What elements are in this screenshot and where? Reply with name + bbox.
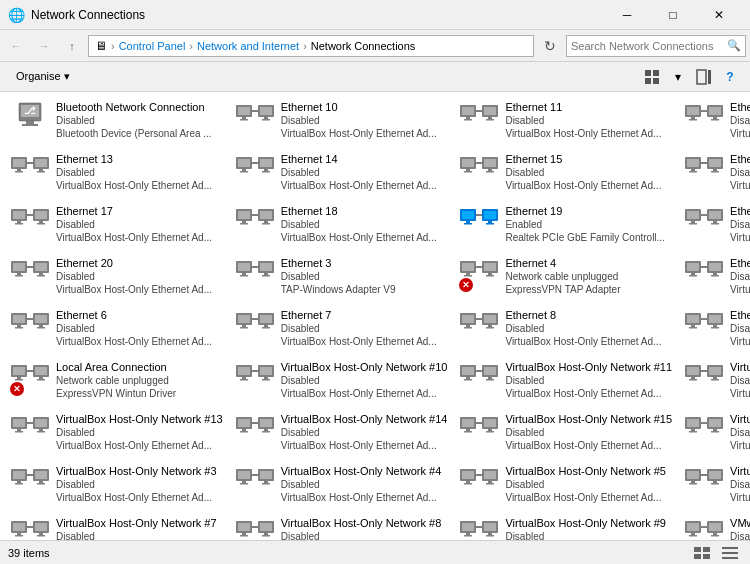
list-item[interactable]: Ethernet 17DisabledVirtualBox Host-Only …: [4, 200, 229, 252]
list-item[interactable]: VMware Network Adapter VMnet1DisabledVMw…: [678, 512, 750, 540]
list-item[interactable]: Ethernet 2DisabledVirtualBox Host-Only E…: [678, 200, 750, 252]
list-item[interactable]: Ethernet 20DisabledVirtualBox Host-Only …: [4, 252, 229, 304]
item-icon: [235, 360, 275, 396]
minimize-button[interactable]: ─: [604, 0, 650, 30]
up-button[interactable]: ↑: [60, 34, 84, 58]
list-item[interactable]: VirtualBox Host-Only Network #15Disabled…: [453, 408, 678, 460]
maximize-button[interactable]: □: [650, 0, 696, 30]
breadcrumb-control-panel[interactable]: Control Panel: [119, 40, 186, 52]
item-info: Ethernet 7DisabledVirtualBox Host-Only E…: [281, 308, 448, 348]
item-desc: VirtualBox Host-Only Ethernet Ad...: [505, 491, 672, 504]
item-icon: [10, 256, 50, 292]
forward-button[interactable]: →: [32, 34, 56, 58]
list-item[interactable]: Ethernet 16DisabledVirtualBox Host-Only …: [678, 148, 750, 200]
item-desc: VirtualBox Host-Only Ethernet Ad...: [730, 387, 750, 400]
list-item[interactable]: VirtualBox Host-Only Network #10Disabled…: [229, 356, 454, 408]
svg-rect-9: [22, 124, 38, 126]
refresh-button[interactable]: ↻: [538, 34, 562, 58]
list-item[interactable]: VirtualBox Host-Only Network #5DisabledV…: [453, 460, 678, 512]
list-item[interactable]: Ethernet 5DisabledVirtualBox Host-Only E…: [678, 252, 750, 304]
item-info: VirtualBox Host-Only Network #12Disabled…: [730, 360, 750, 400]
list-item[interactable]: ⎇ Bluetooth Network ConnectionDisabledBl…: [4, 96, 229, 148]
svg-rect-178: [709, 315, 721, 323]
svg-rect-192: [238, 367, 250, 375]
item-info: Ethernet 6DisabledVirtualBox Host-Only E…: [56, 308, 223, 348]
svg-rect-71: [713, 169, 717, 171]
list-item[interactable]: VirtualBox Host-Only Network #7DisabledV…: [4, 512, 229, 540]
svg-rect-130: [466, 273, 470, 275]
svg-rect-36: [711, 119, 719, 121]
item-status: Disabled: [730, 426, 750, 439]
svg-rect-292: [17, 533, 21, 535]
list-item[interactable]: VirtualBox Host-Only Network #9DisabledV…: [453, 512, 678, 540]
svg-rect-149: [15, 327, 23, 329]
list-item[interactable]: VirtualBox Host-Only Network #14Disabled…: [229, 408, 454, 460]
list-item[interactable]: Ethernet 8DisabledVirtualBox Host-Only E…: [453, 304, 678, 356]
list-item[interactable]: Ethernet 11DisabledVirtualBox Host-Only …: [453, 96, 678, 148]
item-status: Disabled: [730, 374, 750, 387]
list-item[interactable]: VirtualBox Host-Only Network #3DisabledV…: [4, 460, 229, 512]
list-item[interactable]: Ethernet 10DisabledVirtualBox Host-Only …: [229, 96, 454, 148]
svg-rect-21: [462, 107, 474, 115]
svg-rect-228: [238, 419, 250, 427]
item-icon: [235, 256, 275, 292]
status-view-tiles[interactable]: [690, 541, 714, 565]
item-info: Ethernet 18DisabledVirtualBox Host-Only …: [281, 204, 448, 244]
list-item[interactable]: VirtualBox Host-Only Network #11Disabled…: [453, 356, 678, 408]
svg-rect-153: [37, 327, 45, 329]
list-item[interactable]: Ethernet 13DisabledVirtualBox Host-Only …: [4, 148, 229, 200]
svg-rect-255: [13, 471, 25, 479]
list-item[interactable]: ✕Ethernet 4Network cable unpluggedExpres…: [453, 252, 678, 304]
item-name: VirtualBox Host-Only Network #2: [730, 412, 750, 426]
list-item[interactable]: Ethernet 19EnabledRealtek PCIe GbE Famil…: [453, 200, 678, 252]
list-item[interactable]: VirtualBox Host-Only Network #8DisabledV…: [229, 512, 454, 540]
svg-rect-143: [713, 273, 717, 275]
breadcrumb-network-internet[interactable]: Network and Internet: [197, 40, 299, 52]
svg-rect-8: [26, 121, 34, 124]
item-icon: [459, 152, 499, 188]
item-status: Disabled: [56, 478, 223, 491]
view-options-button[interactable]: [640, 65, 664, 89]
item-status: Disabled: [56, 218, 223, 231]
list-item[interactable]: VirtualBox Host-Only Network #13Disabled…: [4, 408, 229, 460]
item-desc: VirtualBox Host-Only Ethernet Ad...: [56, 231, 223, 244]
search-input[interactable]: [571, 40, 727, 52]
list-item[interactable]: Ethernet 3DisabledTAP-Windows Adapter V9: [229, 252, 454, 304]
svg-rect-31: [691, 117, 695, 119]
details-icon: [696, 69, 712, 85]
details-pane-button[interactable]: [692, 65, 716, 89]
list-item[interactable]: Ethernet 6DisabledVirtualBox Host-Only E…: [4, 304, 229, 356]
list-item[interactable]: Ethernet 15DisabledVirtualBox Host-Only …: [453, 148, 678, 200]
list-item[interactable]: VirtualBox Host-Only Network #2DisabledV…: [678, 408, 750, 460]
item-status: Disabled: [730, 270, 750, 283]
close-button[interactable]: ✕: [696, 0, 742, 30]
item-icon: [684, 256, 724, 292]
svg-rect-196: [260, 367, 272, 375]
svg-rect-67: [691, 169, 695, 171]
view-dropdown-button[interactable]: ▾: [666, 65, 690, 89]
item-desc: VirtualBox Host-Only Ethernet Ad...: [56, 335, 223, 348]
svg-rect-188: [39, 377, 43, 379]
svg-rect-85: [242, 221, 246, 223]
list-item[interactable]: Ethernet 12DisabledVirtualBox Host-Only …: [678, 96, 750, 148]
item-status: Disabled: [730, 166, 750, 179]
item-desc: VirtualBox Host-Only Ethernet Ad...: [730, 127, 750, 140]
svg-rect-88: [260, 211, 272, 219]
help-button[interactable]: ?: [718, 65, 742, 89]
back-button[interactable]: ←: [4, 34, 28, 58]
item-icon: [459, 464, 499, 500]
svg-rect-252: [711, 431, 719, 433]
list-item[interactable]: VirtualBox Host-Only Network #6DisabledV…: [678, 460, 750, 512]
item-icon: [10, 412, 50, 448]
list-item[interactable]: Ethernet 7DisabledVirtualBox Host-Only E…: [229, 304, 454, 356]
status-view-list[interactable]: [718, 541, 742, 565]
list-item[interactable]: Ethernet 18DisabledVirtualBox Host-Only …: [229, 200, 454, 252]
search-box[interactable]: 🔍: [566, 35, 746, 57]
list-item[interactable]: Ethernet 14DisabledVirtualBox Host-Only …: [229, 148, 454, 200]
list-item[interactable]: VirtualBox Host-Only Network #4DisabledV…: [229, 460, 454, 512]
organize-button[interactable]: Organise ▾: [8, 65, 78, 89]
svg-rect-257: [15, 483, 23, 485]
list-item[interactable]: ✕Local Area ConnectionNetwork cable unpl…: [4, 356, 229, 408]
list-item[interactable]: VirtualBox Host-Only Network #12Disabled…: [678, 356, 750, 408]
list-item[interactable]: Ethernet 9DisabledVirtualBox Host-Only E…: [678, 304, 750, 356]
